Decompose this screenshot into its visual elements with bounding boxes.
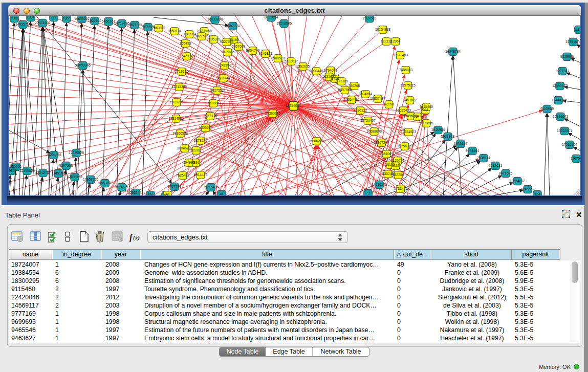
svg-text:17957255: 17957255 bbox=[83, 178, 98, 181]
svg-text:25300215: 25300215 bbox=[265, 112, 280, 115]
svg-text:62160: 62160 bbox=[384, 102, 394, 106]
svg-text:5322037: 5322037 bbox=[285, 59, 298, 63]
svg-text:194993: 194993 bbox=[183, 161, 195, 164]
svg-text:10046788: 10046788 bbox=[177, 146, 192, 150]
svg-text:5938928: 5938928 bbox=[441, 135, 455, 138]
svg-text:10154838: 10154838 bbox=[375, 28, 390, 31]
svg-text:23226058: 23226058 bbox=[197, 29, 212, 33]
svg-text:1353594: 1353594 bbox=[199, 126, 213, 129]
svg-text:16671355: 16671355 bbox=[127, 23, 142, 27]
svg-text:14136141: 14136141 bbox=[372, 183, 387, 186]
svg-text:82282: 82282 bbox=[191, 148, 201, 152]
svg-text:9699695: 9699695 bbox=[420, 121, 433, 125]
svg-text:1065: 1065 bbox=[62, 16, 70, 20]
svg-text:17654923: 17654923 bbox=[401, 130, 416, 134]
svg-text:8454749: 8454749 bbox=[246, 49, 260, 52]
svg-text:20364436: 20364436 bbox=[344, 98, 359, 101]
svg-text:6497568: 6497568 bbox=[338, 88, 352, 92]
svg-text:6914479: 6914479 bbox=[194, 173, 208, 177]
svg-text:3624554: 3624554 bbox=[359, 92, 373, 96]
svg-text:12093872: 12093872 bbox=[552, 84, 568, 87]
svg-text:19756928: 19756928 bbox=[397, 144, 412, 148]
svg-text:3267130: 3267130 bbox=[204, 114, 217, 118]
svg-text:2935114: 2935114 bbox=[477, 156, 490, 160]
svg-text:2803144: 2803144 bbox=[216, 76, 230, 80]
svg-text:7986322: 7986322 bbox=[354, 108, 367, 112]
svg-text:3875685: 3875685 bbox=[221, 50, 235, 54]
svg-text:7357224: 7357224 bbox=[226, 24, 240, 28]
svg-text:12342737: 12342737 bbox=[35, 171, 51, 174]
svg-text:9457791: 9457791 bbox=[168, 185, 182, 188]
svg-text:11123: 11123 bbox=[574, 28, 580, 31]
svg-text:2718126: 2718126 bbox=[175, 70, 189, 73]
svg-text:10653267: 10653267 bbox=[74, 17, 90, 20]
svg-text:16782759: 16782759 bbox=[114, 185, 129, 189]
svg-text:9227341: 9227341 bbox=[556, 69, 570, 73]
svg-text:2367608: 2367608 bbox=[232, 45, 246, 48]
svg-text:73: 73 bbox=[366, 191, 370, 195]
svg-text:124: 124 bbox=[534, 192, 540, 195]
svg-text:10025433: 10025433 bbox=[396, 108, 411, 112]
svg-text:8912954: 8912954 bbox=[183, 32, 197, 36]
svg-text:10973493: 10973493 bbox=[393, 53, 408, 57]
svg-text:7625402: 7625402 bbox=[176, 173, 190, 177]
svg-text:16210643: 16210643 bbox=[553, 115, 568, 118]
svg-text:12505135: 12505135 bbox=[67, 175, 82, 179]
svg-text:19384554: 19384554 bbox=[309, 139, 324, 143]
svg-text:777: 777 bbox=[51, 16, 57, 19]
svg-text:7632621: 7632621 bbox=[489, 164, 503, 167]
svg-text:9113939: 9113939 bbox=[540, 107, 554, 111]
svg-text:939154: 939154 bbox=[9, 169, 17, 172]
svg-text:19218506: 19218506 bbox=[276, 21, 292, 25]
svg-text:122133: 122133 bbox=[381, 39, 393, 43]
svg-text:10807487: 10807487 bbox=[370, 97, 385, 100]
svg-text:6466161: 6466161 bbox=[102, 19, 116, 23]
svg-text:9463627: 9463627 bbox=[403, 98, 417, 102]
svg-text:7485063: 7485063 bbox=[399, 68, 413, 72]
svg-text:96: 96 bbox=[165, 193, 169, 195]
svg-text:1640954: 1640954 bbox=[431, 128, 445, 132]
svg-text:6794028: 6794028 bbox=[324, 69, 338, 72]
svg-text:2087682: 2087682 bbox=[363, 16, 377, 20]
svg-text:18807249: 18807249 bbox=[374, 141, 389, 144]
svg-text:20053346: 20053346 bbox=[75, 63, 91, 67]
svg-text:12967: 12967 bbox=[391, 39, 401, 43]
svg-text:15720407: 15720407 bbox=[360, 119, 376, 122]
svg-text:165433: 165433 bbox=[180, 41, 191, 45]
svg-text:17359928: 17359928 bbox=[69, 151, 84, 155]
svg-text:(x): (x) bbox=[133, 234, 140, 241]
svg-text:1527602: 1527602 bbox=[88, 19, 102, 23]
svg-text:9329966: 9329966 bbox=[560, 55, 574, 58]
svg-text:20206556: 20206556 bbox=[46, 153, 61, 157]
svg-text:15751074: 15751074 bbox=[565, 40, 580, 43]
svg-text:1362615: 1362615 bbox=[296, 64, 310, 68]
svg-text:8813054: 8813054 bbox=[265, 16, 278, 19]
svg-text:935061: 935061 bbox=[10, 165, 22, 168]
svg-text:952254: 952254 bbox=[393, 173, 404, 177]
svg-text:44: 44 bbox=[220, 192, 224, 195]
svg-text:10688609: 10688609 bbox=[366, 129, 382, 133]
svg-text:16033809: 16033809 bbox=[207, 17, 223, 21]
svg-text:1588520: 1588520 bbox=[271, 56, 285, 60]
svg-text:617006: 617006 bbox=[208, 101, 220, 105]
svg-text:19166829: 19166829 bbox=[172, 132, 188, 135]
svg-text:3878342: 3878342 bbox=[194, 139, 208, 142]
svg-text:8471626: 8471626 bbox=[499, 171, 513, 175]
svg-text:746266: 746266 bbox=[349, 84, 360, 87]
svg-text:12975115: 12975115 bbox=[400, 83, 416, 87]
svg-text:15692901: 15692901 bbox=[557, 129, 572, 133]
svg-text:9084067: 9084067 bbox=[380, 152, 394, 156]
svg-text:20691406: 20691406 bbox=[35, 21, 50, 25]
svg-text:10654812: 10654812 bbox=[510, 179, 525, 183]
svg-text:1834: 1834 bbox=[27, 16, 34, 19]
svg-text:15716485: 15716485 bbox=[203, 185, 219, 189]
svg-text:1733426: 1733426 bbox=[394, 187, 408, 190]
svg-text:1145191: 1145191 bbox=[52, 171, 65, 175]
svg-text:964: 964 bbox=[422, 108, 428, 112]
svg-text:12156829: 12156829 bbox=[19, 169, 35, 172]
svg-text:1244418: 1244418 bbox=[552, 98, 565, 102]
svg-text:12923448: 12923448 bbox=[128, 191, 143, 194]
svg-text:9115460: 9115460 bbox=[420, 105, 433, 108]
svg-text:8990448: 8990448 bbox=[310, 69, 323, 73]
svg-text:1810755: 1810755 bbox=[170, 100, 184, 104]
